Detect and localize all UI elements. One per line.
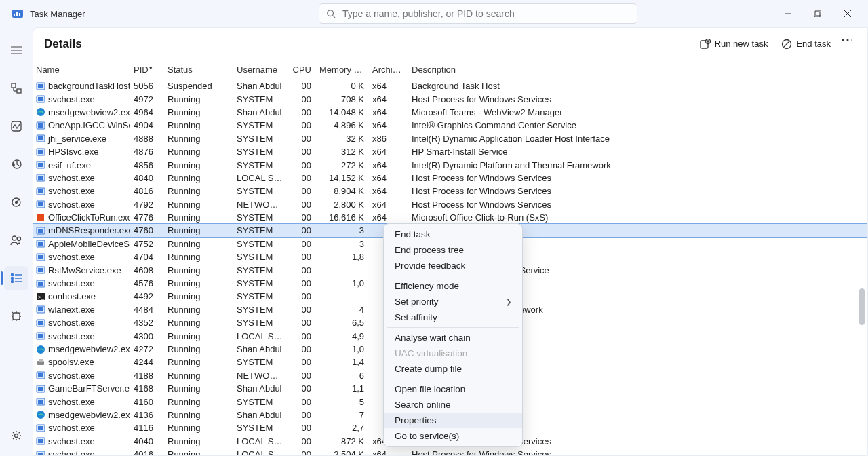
nav-history-icon[interactable] xyxy=(4,152,28,176)
process-pid: 4136 xyxy=(130,410,163,420)
col-mem[interactable]: Memory (ac... xyxy=(315,64,368,75)
scrollbar[interactable] xyxy=(858,60,866,455)
table-row[interactable]: esif_uf.exe4856RunningSYSTEM00272 Kx64In… xyxy=(33,158,867,171)
ctx-search-online[interactable]: Search online xyxy=(384,397,522,413)
process-name: svchost.exe xyxy=(48,331,95,341)
process-mem: 312 K xyxy=(315,147,368,157)
end-task-button[interactable]: End task xyxy=(774,36,837,52)
col-arch[interactable]: Architec... xyxy=(368,64,408,75)
settings-icon[interactable] xyxy=(4,423,28,448)
table-row[interactable]: backgroundTaskHost....5056SuspendedShan … xyxy=(33,79,867,92)
ctx-priority[interactable]: Set priority❯ xyxy=(384,294,522,309)
process-icon xyxy=(36,94,45,104)
panel-header: Details Run new task End task xyxy=(33,28,867,60)
ctx-affinity[interactable]: Set affinity xyxy=(384,309,522,325)
table-row[interactable]: svchost.exe4840RunningLOCAL SER...0014,1… xyxy=(33,172,867,185)
ctx-dump[interactable]: Create dump file xyxy=(384,361,522,377)
nav-performance-icon[interactable] xyxy=(4,114,28,138)
close-button[interactable] xyxy=(833,3,863,24)
process-user: SYSTEM xyxy=(233,318,288,328)
process-mem: 708 K xyxy=(315,94,368,104)
svg-rect-31 xyxy=(13,313,20,320)
process-arch: x64 xyxy=(368,147,408,157)
nav-processes-icon[interactable] xyxy=(4,76,28,100)
run-new-task-button[interactable]: Run new task xyxy=(693,36,775,52)
process-mem: 4,896 K xyxy=(315,120,368,130)
process-mem: 2,504 K xyxy=(315,449,368,455)
table-row[interactable]: svchost.exe4816RunningSYSTEM008,904 Kx64… xyxy=(33,185,867,197)
searchbox[interactable] xyxy=(319,3,637,24)
process-pid: 4964 xyxy=(130,107,163,117)
table-row[interactable]: OfficeClickToRun.exe4776RunningSYSTEM001… xyxy=(33,211,867,224)
table-header[interactable]: Name PID▾ Status Username CPU Memory (ac… xyxy=(33,60,867,79)
table-row[interactable]: HPSIsvc.exe4876RunningSYSTEM00312 Kx64HP… xyxy=(33,145,867,158)
ctx-efficiency[interactable]: Efficiency mode xyxy=(384,278,522,294)
process-user: LOCAL SER... xyxy=(233,331,288,341)
process-pid: 4876 xyxy=(130,147,163,157)
col-name[interactable]: Name xyxy=(33,64,130,75)
sort-desc-icon: ▾ xyxy=(149,64,153,71)
ctx-properties[interactable]: Properties xyxy=(384,413,522,428)
minimize-button[interactable] xyxy=(773,3,803,24)
process-name: svchost.exe xyxy=(48,449,95,455)
process-cpu: 00 xyxy=(288,344,315,354)
process-name: OneApp.IGCC.WinSer... xyxy=(48,120,130,130)
hamburger-icon[interactable] xyxy=(4,38,28,62)
process-desc: HP Smart-Install Service xyxy=(408,147,867,157)
ctx-end-tree[interactable]: End process tree xyxy=(384,242,522,258)
process-user: LOCAL SER... xyxy=(233,449,288,455)
col-user[interactable]: Username xyxy=(233,64,288,75)
process-status: Running xyxy=(163,94,233,104)
process-name: svchost.exe xyxy=(48,436,95,446)
ctx-feedback[interactable]: Provide feedback xyxy=(384,258,522,273)
process-user: NETWORK ... xyxy=(233,370,288,381)
process-pid: 4244 xyxy=(130,357,163,367)
nav-details-icon[interactable] xyxy=(4,266,28,290)
ctx-analyse[interactable]: Analyse wait chain xyxy=(384,330,522,345)
process-mem: 4 xyxy=(315,305,368,315)
svg-point-4 xyxy=(328,10,334,16)
process-user: SYSTEM xyxy=(233,225,288,235)
nav-services-icon[interactable] xyxy=(4,304,28,328)
scroll-thumb[interactable] xyxy=(859,288,865,325)
process-user: SYSTEM xyxy=(233,357,288,367)
process-name: msedgewebview2.exe xyxy=(48,107,130,117)
process-desc: Host Process for Windows Services xyxy=(408,94,867,104)
process-pid: 4856 xyxy=(130,160,163,170)
process-desc: Intel® Graphics Command Center Service xyxy=(408,120,867,130)
process-icon xyxy=(36,279,45,288)
process-user: SYSTEM xyxy=(233,160,288,170)
table-row[interactable]: msedgewebview2.exe4964RunningShan Abdul0… xyxy=(33,106,867,119)
process-icon xyxy=(36,121,45,130)
process-mem: 6 xyxy=(315,370,368,381)
process-pid: 4792 xyxy=(130,200,163,210)
table-row[interactable]: svchost.exe4016RunningLOCAL SER...002,50… xyxy=(33,448,867,455)
nav-users-icon[interactable] xyxy=(4,228,28,252)
table-row[interactable]: jhi_service.exe4888RunningSYSTEM0032 Kx8… xyxy=(33,132,867,145)
ctx-goto-service[interactable]: Go to service(s) xyxy=(384,428,522,444)
table-row[interactable]: svchost.exe4792RunningNETWORK ...002,800… xyxy=(33,198,867,211)
table-row[interactable]: svchost.exe4972RunningSYSTEM00708 Kx64Ho… xyxy=(33,92,867,105)
process-icon xyxy=(36,358,45,367)
nav-startup-icon[interactable] xyxy=(4,190,28,214)
col-pid[interactable]: PID▾ xyxy=(130,64,163,75)
col-cpu[interactable]: CPU xyxy=(288,64,315,75)
ctx-open-location[interactable]: Open file location xyxy=(384,381,522,397)
ctx-end-task[interactable]: End task xyxy=(384,227,522,242)
process-icon xyxy=(36,107,45,117)
process-status: Running xyxy=(163,383,233,394)
col-status[interactable]: Status xyxy=(163,64,233,75)
search-input[interactable] xyxy=(342,8,630,19)
col-desc[interactable]: Description xyxy=(408,64,867,75)
svg-rect-65 xyxy=(38,242,43,246)
process-name: svchost.exe xyxy=(48,397,95,407)
svg-rect-79 xyxy=(38,334,43,338)
process-cpu: 00 xyxy=(288,449,315,455)
table-row[interactable]: OneApp.IGCC.WinSer...4904RunningSYSTEM00… xyxy=(33,119,867,132)
more-options-button[interactable] xyxy=(837,36,856,52)
maximize-button[interactable] xyxy=(803,3,833,24)
svg-point-26 xyxy=(12,278,14,280)
process-cpu: 00 xyxy=(288,94,315,104)
process-user: Shan Abdul xyxy=(233,81,288,91)
process-cpu: 00 xyxy=(288,147,315,157)
